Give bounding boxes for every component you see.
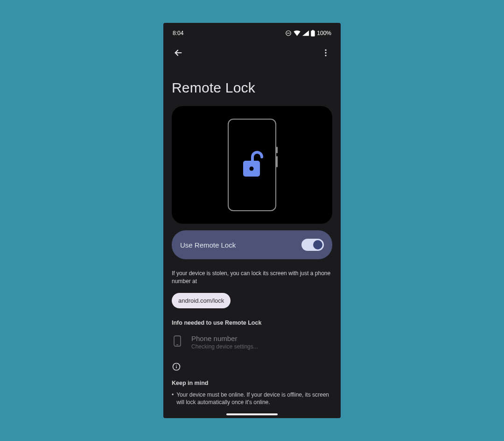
svg-point-6: [325, 55, 326, 56]
info-icon: [172, 362, 332, 373]
phone-number-text-block: Phone number Checking device settings...: [191, 334, 258, 350]
lock-url-chip[interactable]: android.com/lock: [172, 293, 231, 308]
use-remote-lock-toggle-row[interactable]: Use Remote Lock: [172, 230, 332, 259]
toggle-thumb: [313, 240, 322, 249]
phone-frame: 8:04 100% Remote Lock: [163, 23, 341, 418]
phone-number-subtitle: Checking device settings...: [191, 343, 258, 350]
status-bar: 8:04 100%: [163, 27, 341, 40]
wifi-icon: [294, 30, 301, 36]
keep-in-mind-bullet: • Your device must be online. If your de…: [172, 391, 332, 407]
illustration-card: [172, 106, 332, 224]
svg-rect-3: [312, 30, 314, 31]
status-time: 8:04: [173, 30, 183, 36]
phone-icon: [172, 335, 183, 347]
battery-icon: [311, 30, 315, 36]
phone-number-title: Phone number: [191, 334, 258, 342]
svg-rect-1: [287, 33, 290, 33]
nav-handle[interactable]: [226, 413, 278, 415]
keep-in-mind-heading: Keep in mind: [172, 380, 332, 386]
illustration-side-button: [276, 156, 278, 167]
app-bar: [163, 42, 341, 64]
content: Remote Lock Use Remote Lock: [163, 64, 341, 418]
illustration-side-button: [276, 147, 278, 153]
svg-rect-2: [311, 30, 315, 36]
page-title: Remote Lock: [172, 80, 332, 96]
battery-percent: 100%: [317, 30, 331, 36]
illustration-phone-outline: [228, 119, 276, 211]
description-text: If your device is stolen, you can lock i…: [172, 270, 332, 285]
signal-icon: [302, 30, 309, 36]
svg-point-8: [250, 167, 254, 171]
bullet-text: Your device must be online. If your devi…: [176, 391, 332, 407]
unlock-icon: [238, 149, 266, 180]
svg-point-5: [325, 52, 326, 53]
bullet-dot: •: [172, 391, 174, 407]
svg-point-13: [176, 364, 177, 365]
overflow-menu-button[interactable]: [317, 44, 334, 61]
info-section-heading: Info needed to use Remote Lock: [172, 320, 332, 326]
phone-number-row: Phone number Checking device settings...: [172, 334, 332, 350]
dnd-icon: [285, 30, 292, 36]
toggle-label: Use Remote Lock: [180, 241, 236, 249]
toggle-switch[interactable]: [301, 239, 324, 251]
svg-point-4: [325, 50, 326, 51]
back-button[interactable]: [170, 44, 187, 61]
status-icons: 100%: [285, 30, 331, 36]
